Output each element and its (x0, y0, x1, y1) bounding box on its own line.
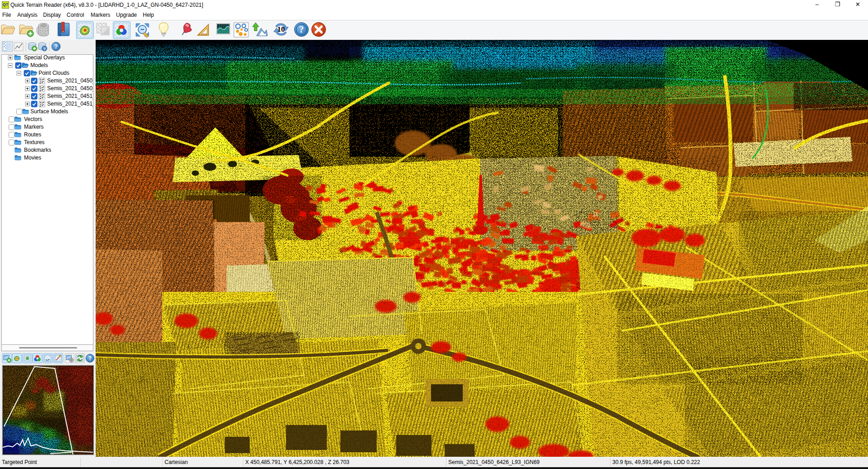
svg-text:?: ? (43, 47, 46, 51)
svg-text:Routes: Routes (24, 131, 41, 138)
svg-text:Point Clouds: Point Clouds (39, 70, 69, 76)
svg-text:Textures: Textures (24, 139, 44, 145)
svg-text:Bookmarks: Bookmarks (24, 147, 51, 153)
svg-text:Vectors: Vectors (24, 116, 42, 122)
svg-text:Movies: Movies (24, 155, 41, 161)
svg-text:Models: Models (30, 62, 48, 68)
svg-text:Semis_2021_0451_64: Semis_2021_0451_64 (47, 101, 93, 107)
svg-text:10: 10 (277, 25, 285, 34)
svg-text:?: ? (54, 43, 58, 50)
svg-text:?: ? (88, 355, 92, 362)
svg-text:?: ? (299, 24, 304, 35)
svg-text:Semis_2021_0451_64: Semis_2021_0451_64 (47, 93, 93, 99)
svg-text:Special Overlays: Special Overlays (24, 55, 65, 61)
svg-text:Surface Models: Surface Models (30, 108, 68, 115)
svg-text:Semis_2021_0450_64: Semis_2021_0450_64 (47, 77, 93, 84)
svg-text:Semis_2021_0450_64: Semis_2021_0450_64 (47, 85, 93, 92)
svg-text:Markers: Markers (24, 124, 44, 130)
